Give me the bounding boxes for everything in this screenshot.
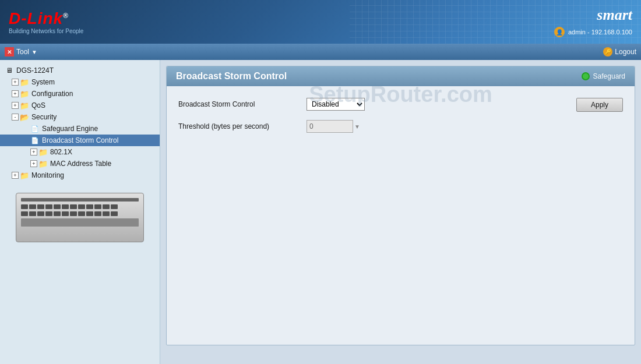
sidebar-item-device[interactable]: 🖥 DGS-1224T [0, 65, 160, 76]
sidebar-8021x-label: 802.1X [50, 148, 72, 156]
sidebar-item-system[interactable]: + 📁 System [0, 76, 160, 88]
sidebar-config-label: Configuration [31, 90, 73, 98]
logout-button[interactable]: 🔑 Logout [603, 47, 636, 56]
user-label: admin - 192.168.0.100 [568, 29, 632, 36]
sidebar-system-label: System [31, 78, 55, 86]
device-icon: 🖥 [5, 66, 14, 75]
sidebar-mac-label: MAC Address Table [50, 160, 111, 168]
threshold-form-row: Threshold (bytes per second) ▼ [178, 120, 623, 133]
threshold-label: Threshold (bytes per second) [178, 122, 307, 130]
folder-icon-8021x: 📁 [38, 147, 48, 157]
folder-icon: 📁 [20, 77, 29, 87]
main-layout: 🖥 DGS-1224T + 📁 System + 📁 Configuration… [0, 60, 641, 364]
brand-tagline: Building Networks for People [9, 28, 83, 34]
logout-label: Logout [615, 48, 636, 56]
expand-monitoring-icon[interactable]: + [12, 172, 19, 179]
bsc-control: Disabled Enabled [307, 98, 365, 111]
folder-icon-qos: 📁 [20, 101, 29, 110]
sidebar: 🖥 DGS-1224T + 📁 System + 📁 Configuration… [0, 60, 160, 364]
content-area: Broadcast Storm Control Safeguard Apply … [160, 60, 641, 364]
sidebar-item-qos[interactable]: + 📁 QoS [0, 100, 160, 111]
bsc-form-row: Broadcast Storm Control Disabled Enabled [178, 98, 623, 111]
threshold-input[interactable] [307, 120, 353, 133]
doc-icon-bsc: 📄 [30, 136, 40, 145]
sidebar-item-8021x[interactable]: + 📁 802.1X [0, 146, 160, 158]
sidebar-safeguard-label: Safeguard Engine [42, 125, 98, 133]
tool-dropdown-arrow[interactable]: ▼ [31, 49, 37, 55]
sidebar-item-broadcast-storm-control[interactable]: 📄 Broadcast Storm Control [0, 135, 160, 146]
sidebar-qos-label: QoS [31, 101, 45, 109]
tool-label: Tool [16, 48, 29, 56]
safeguard-badge: Safeguard [582, 72, 625, 80]
sidebar-bsc-label: Broadcast Storm Control [42, 136, 118, 144]
expand-system-icon[interactable]: + [12, 79, 19, 86]
device-illustration [16, 193, 144, 242]
expand-config-icon[interactable]: + [12, 90, 19, 97]
safeguard-label: Safeguard [593, 72, 625, 80]
safeguard-dot [582, 72, 590, 80]
logo: D-Link® Building Networks for People [9, 9, 83, 34]
folder-icon-mac: 📁 [38, 159, 48, 168]
folder-icon-monitoring: 📁 [20, 171, 29, 180]
tool-icon: ✕ [5, 47, 14, 56]
panel-body: Apply Broadcast Storm Control Disabled E… [167, 86, 635, 154]
bsc-select[interactable]: Disabled Enabled [307, 98, 365, 111]
sidebar-security-label: Security [31, 113, 57, 121]
threshold-control: ▼ [307, 120, 360, 133]
logout-icon: 🔑 [603, 47, 612, 56]
expand-mac-icon[interactable]: + [30, 160, 37, 167]
brand-name: D-Link® [9, 9, 83, 28]
folder-icon-security: 📂 [20, 112, 29, 122]
header-right: smart 👤 admin - 192.168.0.100 [554, 6, 632, 37]
sidebar-device-label: DGS-1224T [16, 66, 54, 75]
expand-qos-icon[interactable]: + [12, 102, 19, 109]
bsc-label: Broadcast Storm Control [178, 100, 307, 108]
doc-icon-safeguard: 📄 [30, 124, 40, 133]
toolbar: ✕ Tool ▼ 🔑 Logout [0, 44, 641, 60]
smart-logo: smart [597, 6, 632, 24]
sidebar-item-safeguard-engine[interactable]: 📄 Safeguard Engine [0, 123, 160, 135]
content-panel: Broadcast Storm Control Safeguard Apply … [166, 66, 635, 345]
device-image [16, 193, 144, 251]
sidebar-item-mac-address-table[interactable]: + 📁 MAC Address Table [0, 158, 160, 169]
sidebar-item-monitoring[interactable]: + 📁 Monitoring [0, 169, 160, 181]
folder-icon-config: 📁 [20, 89, 29, 98]
panel-header: Broadcast Storm Control Safeguard [167, 66, 635, 86]
header: D-Link® Building Networks for People sma… [0, 0, 641, 44]
expand-security-icon[interactable]: - [12, 114, 19, 121]
brand-dlink: D-Link [9, 9, 63, 27]
user-icon: 👤 [554, 27, 565, 37]
threshold-arrow: ▼ [354, 123, 360, 130]
user-info: 👤 admin - 192.168.0.100 [554, 27, 632, 37]
panel-title: Broadcast Storm Control [176, 71, 287, 82]
sidebar-monitoring-label: Monitoring [31, 171, 64, 179]
expand-8021x-icon[interactable]: + [30, 149, 37, 156]
toolbar-left: ✕ Tool ▼ [5, 47, 37, 56]
sidebar-item-security[interactable]: - 📂 Security [0, 111, 160, 123]
sidebar-item-configuration[interactable]: + 📁 Configuration [0, 88, 160, 100]
apply-button[interactable]: Apply [576, 98, 623, 112]
